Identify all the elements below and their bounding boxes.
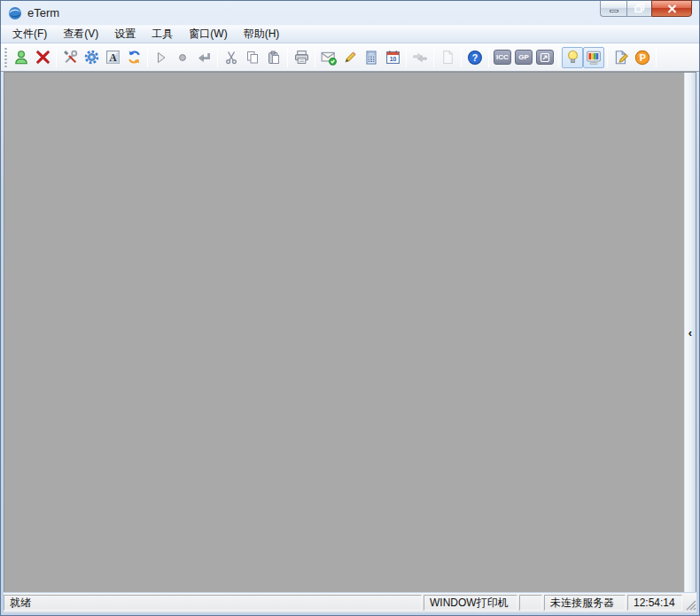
close-icon <box>667 4 677 13</box>
lightbulb-icon <box>565 50 580 65</box>
config-editor-button[interactable] <box>611 47 632 68</box>
new-document-icon <box>440 50 455 65</box>
tools-button[interactable] <box>59 47 81 68</box>
enter-arrow-icon <box>196 50 212 66</box>
disconnect-button[interactable] <box>32 47 53 68</box>
side-panel-collapsed[interactable]: ‹ <box>684 73 696 592</box>
menu-help[interactable]: 帮助(H) <box>236 25 288 43</box>
refresh-button[interactable] <box>123 47 144 68</box>
close-button[interactable] <box>651 0 692 17</box>
config-doc-pencil-icon <box>613 50 629 66</box>
toolbar-gripper[interactable] <box>4 47 7 68</box>
terminal-workspace[interactable]: ‹ <box>4 72 696 592</box>
maximize-restore-button[interactable] <box>626 0 651 17</box>
network-settings-button[interactable] <box>81 47 102 68</box>
tools-icon <box>63 50 78 65</box>
status-printer: WINDOW打印机 <box>424 595 517 611</box>
calculator-button[interactable] <box>361 47 382 68</box>
svg-text:P: P <box>640 52 646 63</box>
transfer-button[interactable] <box>409 47 431 68</box>
transfer-arrows-icon <box>412 50 428 66</box>
edit-button[interactable] <box>339 47 361 68</box>
calendar-button[interactable]: 10 <box>382 47 403 68</box>
print-button[interactable] <box>291 47 312 68</box>
resize-grip[interactable] <box>684 595 696 611</box>
minimize-button[interactable] <box>600 0 626 17</box>
toolbar-separator <box>488 48 489 67</box>
menu-window[interactable]: 窗口(W) <box>181 25 235 43</box>
svg-text:A: A <box>109 52 117 64</box>
pencil-edit-icon <box>343 50 358 65</box>
menu-view[interactable]: 查看(V) <box>55 25 106 43</box>
status-bar: 就绪 WINDOW打印机 未连接服务器 12:54:14 <box>4 593 696 612</box>
font-button[interactable]: A <box>102 47 123 68</box>
help-question-icon: ? <box>467 50 483 66</box>
toolbar-separator <box>433 48 434 67</box>
record-icon <box>175 51 190 65</box>
menu-tools[interactable]: 工具 <box>144 25 181 43</box>
caption-buttons <box>600 0 692 17</box>
gp-chip-icon: GP <box>515 50 533 65</box>
copy-pages-icon <box>245 51 260 65</box>
paste-clipboard-icon <box>267 51 281 65</box>
run-button[interactable] <box>151 47 172 68</box>
gp-button[interactable]: GP <box>513 47 534 68</box>
connect-button[interactable] <box>11 47 32 68</box>
play-icon <box>154 51 168 65</box>
app-logo-icon <box>8 6 22 20</box>
toolbar-separator <box>607 48 608 67</box>
window-box-icon <box>536 50 554 65</box>
p-orange-icon: P <box>634 50 650 66</box>
refresh-icon <box>127 50 142 65</box>
cut-button[interactable] <box>221 47 242 68</box>
minimize-icon <box>610 10 618 12</box>
toolbar-separator <box>315 48 315 67</box>
toolbar-separator <box>406 48 407 67</box>
expand-panel-arrow-icon[interactable]: ‹ <box>688 327 692 339</box>
restore-icon <box>634 4 645 13</box>
toolbar: A <box>1 43 699 72</box>
mail-check-icon <box>321 50 337 66</box>
menu-bar: 文件(F) 查看(V) 设置 工具 窗口(W) 帮助(H) <box>1 25 699 43</box>
enter-button[interactable] <box>193 47 214 68</box>
menu-file[interactable]: 文件(F) <box>4 25 55 43</box>
gear-blue-icon <box>84 50 99 65</box>
icc-chip-icon: ICC <box>494 50 511 65</box>
status-ready: 就绪 <box>4 595 422 611</box>
status-clock: 12:54:14 <box>627 595 682 611</box>
toolbar-separator <box>558 48 559 67</box>
toolbar-separator <box>461 48 462 67</box>
red-x-icon <box>35 50 51 65</box>
resize-grip-icon <box>686 600 696 611</box>
window-title: eTerm <box>27 6 59 19</box>
app-window: eTerm 文件(F) 查看(V) 设置 工具 窗口(W) 帮助(H) <box>0 0 700 616</box>
cut-scissors-icon <box>224 51 238 65</box>
pnr-button[interactable]: P <box>632 47 653 68</box>
toolbar-separator <box>56 48 57 67</box>
status-server-connection: 未连接服务器 <box>544 595 626 611</box>
font-a-icon: A <box>105 50 121 65</box>
paste-button[interactable] <box>263 47 284 68</box>
calculator-icon <box>364 51 378 65</box>
status-spare <box>519 595 542 611</box>
calendar-icon: 10 <box>385 50 401 65</box>
toolbar-separator <box>147 48 148 67</box>
menu-settings[interactable]: 设置 <box>106 25 144 43</box>
new-document-button[interactable] <box>437 47 458 68</box>
send-mail-button[interactable] <box>318 47 339 68</box>
svg-text:10: 10 <box>389 56 396 62</box>
window-box-button[interactable] <box>534 47 556 68</box>
copy-button[interactable] <box>242 47 263 68</box>
icc-button[interactable]: ICC <box>492 47 513 68</box>
highlight-toggle-button[interactable] <box>562 47 583 68</box>
toolbar-separator <box>656 48 657 67</box>
toolbar-separator <box>287 48 288 67</box>
svg-text:?: ? <box>472 52 478 63</box>
color-screen-toggle-button[interactable] <box>583 47 604 68</box>
record-button[interactable] <box>172 47 193 68</box>
toolbar-separator <box>217 48 218 67</box>
printer-icon <box>294 50 309 65</box>
help-button[interactable]: ? <box>464 47 486 68</box>
title-bar[interactable]: eTerm <box>1 1 699 25</box>
user-green-icon <box>13 50 29 66</box>
